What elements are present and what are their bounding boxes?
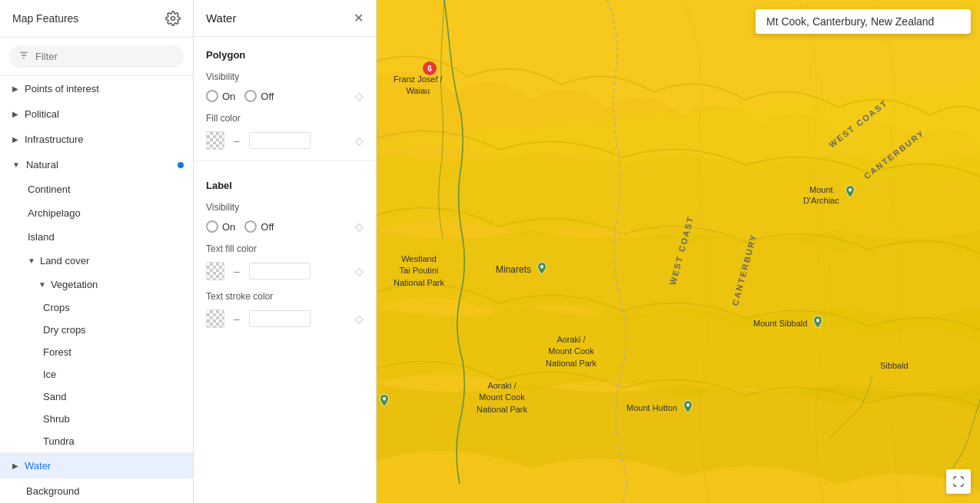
polygon-section-title: Polygon xyxy=(194,37,376,65)
map-area[interactable]: Mt Cook, Canterbury, New Zealand xyxy=(377,0,980,503)
text-fill-color-row: – ◇ xyxy=(194,257,376,285)
diamond-icon[interactable]: ◇ xyxy=(355,265,364,277)
poi-icon-sibbald xyxy=(810,315,826,332)
sidebar-item-vegetation[interactable]: ▼ Vegetation xyxy=(0,273,193,296)
sidebar-item-political[interactable]: ▶ Political xyxy=(0,101,193,127)
fill-color-row: – ◇ xyxy=(194,127,376,154)
radio-on-circle xyxy=(206,90,218,102)
radio-off-circle xyxy=(244,90,257,102)
sidebar-item-water[interactable]: ▶ Water xyxy=(0,453,193,478)
label-visibility-row: On Off ◇ xyxy=(194,216,376,237)
text-fill-color-label: Text fill color xyxy=(194,237,376,257)
item-label: Archipelago xyxy=(28,207,81,219)
filter-input[interactable] xyxy=(35,51,174,62)
poi-icon-hutton xyxy=(680,399,696,416)
middle-panel: Water ✕ Polygon Visibility On Off ◇ Fill… xyxy=(194,0,377,503)
item-label: Dry crops xyxy=(43,324,86,336)
location-mount-darchiac: MountD'Archiac xyxy=(803,184,858,207)
chevron-down-icon: ▼ xyxy=(28,256,35,265)
sidebar: Map Features ▶ Points of interest ▶ Poli… xyxy=(0,0,194,503)
text-stroke-input[interactable] xyxy=(249,310,311,327)
diamond-icon[interactable]: ◇ xyxy=(355,90,364,102)
item-label: Island xyxy=(28,231,55,243)
sidebar-item-label: Natural xyxy=(26,159,58,170)
text-fill-input[interactable] xyxy=(249,263,311,280)
visibility-label: Visibility xyxy=(194,65,376,85)
map-search-bar[interactable]: Mt Cook, Canterbury, New Zealand xyxy=(756,9,971,34)
filter-input-wrap[interactable] xyxy=(9,45,184,68)
sidebar-item-archipelago[interactable]: Archipelago xyxy=(0,201,193,225)
item-label: Shrub xyxy=(43,413,70,425)
location-westland: WestlandTai PoutiniNational Park xyxy=(377,253,461,289)
radio-off-circle xyxy=(244,220,257,233)
panel-title: Water xyxy=(206,12,236,25)
item-label: Crops xyxy=(43,302,70,313)
filter-icon xyxy=(18,50,29,63)
sidebar-item-points-of-interest[interactable]: ▶ Points of interest xyxy=(0,76,193,101)
sidebar-item-dry-crops[interactable]: Dry crops xyxy=(0,319,193,341)
location-mount-hutton: Mount Hutton xyxy=(626,399,696,416)
item-label: Land cover xyxy=(40,255,89,266)
item-label: Sand xyxy=(43,391,66,402)
fullscreen-button[interactable] xyxy=(946,469,971,494)
fill-color-swatch[interactable] xyxy=(206,131,224,150)
location-aoraki-lower: Aoraki /Mount CookNational Park xyxy=(477,380,527,415)
text-fill-dash: – xyxy=(231,265,243,277)
sidebar-item-label: Points of interest xyxy=(25,83,99,94)
chevron-right-icon: ▶ xyxy=(12,135,18,144)
label-section-title: Label xyxy=(194,167,376,196)
sidebar-item-land-cover[interactable]: ▼ Land cover xyxy=(0,249,193,273)
polygon-visibility-on[interactable]: On xyxy=(206,90,235,102)
fill-color-label: Fill color xyxy=(194,107,376,127)
fill-color-dash: – xyxy=(231,134,243,147)
sidebar-header: Map Features xyxy=(0,0,193,38)
diamond-icon[interactable]: ◇ xyxy=(355,220,364,233)
sidebar-item-background[interactable]: Background xyxy=(0,478,193,503)
section-divider xyxy=(194,160,376,161)
gear-icon[interactable] xyxy=(165,11,181,26)
item-label: Vegetation xyxy=(51,279,98,290)
sidebar-item-tundra[interactable]: Tundra xyxy=(0,430,193,452)
sidebar-item-crops[interactable]: Crops xyxy=(0,296,193,319)
chevron-right-icon: ▶ xyxy=(12,110,18,118)
radio-on-circle xyxy=(206,220,218,233)
chevron-down-icon: ▼ xyxy=(38,280,46,289)
diamond-icon[interactable]: ◇ xyxy=(355,313,364,325)
sidebar-item-infrastructure[interactable]: ▶ Infrastructure xyxy=(0,127,193,152)
location-minarets: Minarets xyxy=(496,261,550,278)
sidebar-item-sand[interactable]: Sand xyxy=(0,386,193,408)
polygon-visibility-row: On Off ◇ xyxy=(194,85,376,107)
sidebar-item-label: Infrastructure xyxy=(25,134,84,145)
fill-color-input[interactable] xyxy=(249,132,311,149)
label-visibility-off[interactable]: Off xyxy=(244,220,274,233)
diamond-icon[interactable]: ◇ xyxy=(355,134,364,147)
item-label: Water xyxy=(25,460,51,472)
sidebar-title: Map Features xyxy=(12,12,78,25)
close-icon[interactable]: ✕ xyxy=(354,11,364,25)
item-label: Forest xyxy=(43,346,71,358)
route-number: 6 xyxy=(427,65,432,73)
on-label: On xyxy=(222,91,235,102)
polygon-visibility-off[interactable]: Off xyxy=(244,90,274,102)
item-label: Tundra xyxy=(43,435,75,447)
chevron-down-icon: ▼ xyxy=(12,160,20,169)
off-label: Off xyxy=(261,91,274,102)
poi-icon-darchiac xyxy=(842,184,858,201)
sidebar-item-forest[interactable]: Forest xyxy=(0,341,193,363)
text-stroke-swatch[interactable] xyxy=(206,309,224,328)
sidebar-item-continent[interactable]: Continent xyxy=(0,177,193,201)
sidebar-item-natural[interactable]: ▼ Natural xyxy=(0,152,193,177)
sidebar-item-island[interactable]: Island xyxy=(0,225,193,249)
poi-icon-minarets xyxy=(534,261,550,278)
item-label: Ice xyxy=(43,369,56,380)
item-label: Continent xyxy=(28,184,71,195)
location-mount-sibbald: Mount Sibbald xyxy=(753,315,826,332)
chevron-right-icon: ▶ xyxy=(12,84,18,93)
label-visibility-on[interactable]: On xyxy=(206,220,235,233)
text-fill-swatch[interactable] xyxy=(206,262,224,280)
sidebar-item-shrub[interactable]: Shrub xyxy=(0,408,193,430)
sidebar-item-ice[interactable]: Ice xyxy=(0,363,193,386)
text-stroke-color-label: Text stroke color xyxy=(194,285,376,305)
chevron-right-icon: ▶ xyxy=(12,462,18,470)
off-label: Off xyxy=(261,221,274,233)
